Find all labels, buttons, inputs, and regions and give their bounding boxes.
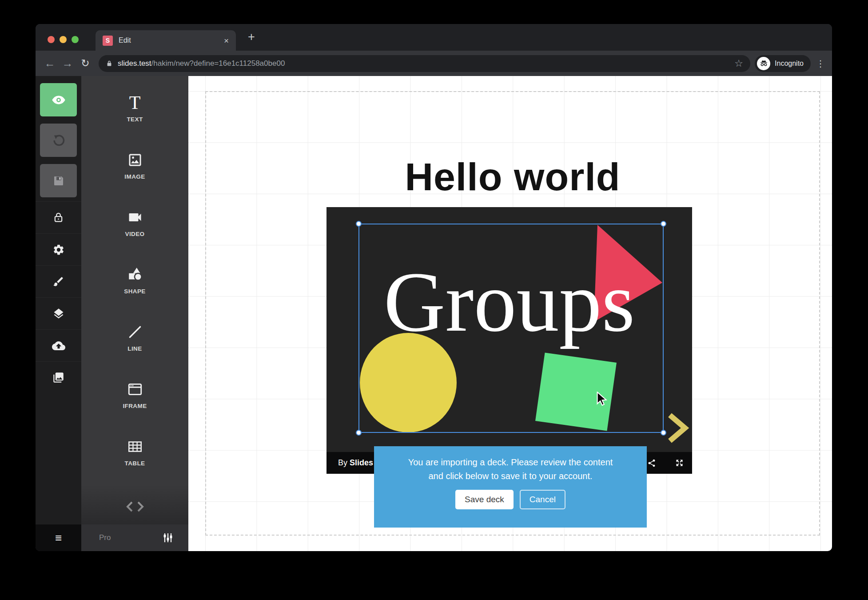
action-sidebar: ≡: [36, 76, 81, 551]
browser-window: S Edit × + ← → ↻ slides.test/hakim/new?d…: [36, 24, 832, 551]
publish-menu-item[interactable]: [36, 329, 81, 361]
tool-item-video[interactable]: VIDEO: [81, 207, 188, 264]
hamburger-icon: ≡: [55, 531, 62, 545]
photo-library-icon: [52, 372, 64, 384]
byline-prefix: By: [338, 458, 347, 467]
save-button[interactable]: [40, 164, 77, 197]
tool-item-iframe[interactable]: IFRAME: [81, 379, 188, 436]
tab-favicon: S: [103, 36, 113, 46]
url-path: /hakim/new?define=16e1c11258a0be00: [151, 59, 285, 68]
tool-item-table[interactable]: TABLE: [81, 436, 188, 493]
undo-icon: [52, 133, 66, 148]
mouse-cursor: [596, 392, 609, 408]
resize-handle-bottom-left[interactable]: [356, 430, 362, 436]
tool-label: TABLE: [125, 460, 145, 467]
save-deck-button[interactable]: Save deck: [455, 490, 514, 509]
slide-canvas[interactable]: Hello world Groups: [188, 76, 832, 551]
close-window-button[interactable]: [48, 36, 55, 43]
shapes-icon: [127, 264, 143, 285]
resize-handle-top-left[interactable]: [356, 221, 362, 227]
browser-menu-icon[interactable]: ⋮: [814, 58, 827, 69]
tool-item-shape[interactable]: SHAPE: [81, 264, 188, 321]
brush-icon: [52, 276, 64, 288]
traffic-lights: [48, 36, 79, 43]
new-tab-button[interactable]: +: [248, 30, 255, 44]
back-icon[interactable]: ←: [41, 57, 59, 70]
insert-tool-panel: T TEXT IMAGE VIDEO: [81, 76, 188, 551]
deck-slide-area: Groups: [326, 207, 692, 452]
tab-close-icon[interactable]: ×: [224, 36, 229, 45]
sliders-icon[interactable]: [163, 532, 173, 543]
eye-icon: [51, 92, 66, 108]
tool-item-line[interactable]: LINE: [81, 321, 188, 379]
resize-handle-top-right[interactable]: [661, 221, 666, 227]
editor-content: ≡ T TEXT IMAGE: [36, 76, 832, 551]
tab-strip: S Edit × +: [36, 24, 832, 51]
embedded-deck[interactable]: Groups: [326, 207, 692, 474]
lock-icon: [52, 212, 64, 224]
forward-icon[interactable]: →: [59, 57, 76, 70]
layers-icon: [52, 308, 65, 320]
bookmark-star-icon[interactable]: ☆: [734, 58, 743, 69]
tool-label: VIDEO: [125, 231, 144, 237]
pro-label: Pro: [99, 533, 111, 542]
desktop-background: S Edit × + ← → ↻ slides.test/hakim/new?d…: [0, 0, 868, 600]
zoom-window-button[interactable]: [72, 36, 79, 43]
cloud-upload-icon: [52, 339, 65, 352]
incognito-label: Incognito: [775, 60, 804, 68]
dialog-message-line2: and click below to save it to your accou…: [374, 469, 647, 483]
share-icon[interactable]: [647, 459, 656, 468]
dialog-message-line1: You are importing a deck. Please review …: [374, 456, 647, 469]
browser-toolbar: ← → ↻ slides.test/hakim/new?define=16e1c…: [36, 51, 832, 76]
resize-handle-bottom-right[interactable]: [661, 430, 666, 436]
cancel-button[interactable]: Cancel: [520, 490, 565, 509]
url-text: slides.test/hakim/new?define=16e1c11258a…: [118, 59, 285, 68]
browser-tab[interactable]: S Edit ×: [96, 30, 236, 51]
byline-brand[interactable]: Slides: [350, 458, 373, 467]
image-icon: [127, 149, 143, 171]
gear-icon: [52, 244, 65, 256]
tool-label: SHAPE: [124, 288, 146, 295]
media-library-menu-item[interactable]: [36, 361, 81, 393]
minimize-window-button[interactable]: [60, 36, 67, 43]
line-icon: [127, 321, 143, 343]
deck-next-chevron-icon[interactable]: [666, 412, 689, 444]
tab-title: Edit: [119, 36, 224, 44]
settings-menu-item[interactable]: [36, 233, 81, 265]
iframe-window-icon: [127, 379, 143, 400]
incognito-badge: Incognito: [755, 55, 811, 72]
code-brackets-icon: [126, 500, 144, 514]
tool-item-image[interactable]: IMAGE: [81, 149, 188, 207]
tool-label: TEXT: [127, 116, 143, 123]
privacy-menu-item[interactable]: [36, 201, 81, 233]
theme-menu-item[interactable]: [36, 265, 81, 297]
reload-icon[interactable]: ↻: [76, 57, 94, 69]
undo-button[interactable]: [40, 124, 77, 157]
address-bar[interactable]: slides.test/hakim/new?define=16e1c11258a…: [99, 55, 750, 72]
tool-label: LINE: [127, 345, 142, 352]
video-camera-icon: [127, 207, 143, 228]
save-icon: [52, 174, 65, 188]
layers-menu-item[interactable]: [36, 297, 81, 329]
incognito-icon: [757, 57, 770, 70]
selection-box[interactable]: [358, 224, 664, 433]
url-domain: slides.test: [118, 59, 151, 68]
tool-label: IMAGE: [124, 173, 145, 180]
slide-title[interactable]: Hello world: [205, 154, 820, 200]
tool-label: IFRAME: [123, 403, 147, 409]
import-dialog: You are importing a deck. Please review …: [374, 446, 647, 528]
main-menu-button[interactable]: ≡: [36, 524, 81, 551]
tool-item-text[interactable]: T TEXT: [81, 92, 188, 149]
lock-icon: [106, 60, 113, 67]
deck-byline: By Slides: [338, 458, 373, 468]
preview-button[interactable]: [40, 83, 77, 116]
table-grid-icon: [127, 436, 143, 457]
text-tool-icon: T: [129, 92, 141, 113]
tool-item-code[interactable]: [81, 493, 188, 520]
tool-panel-footer: Pro: [81, 524, 188, 551]
fullscreen-icon[interactable]: [675, 458, 684, 468]
